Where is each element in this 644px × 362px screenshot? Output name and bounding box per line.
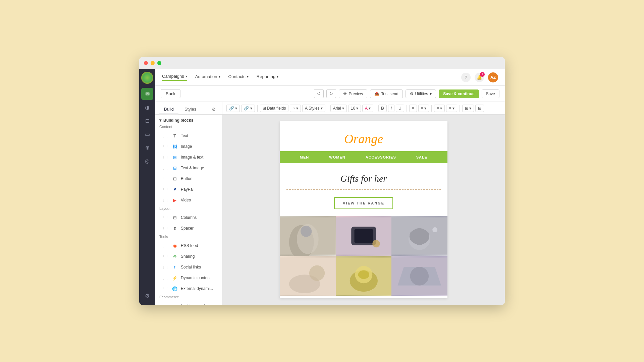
tab-build[interactable]: Build — [159, 105, 178, 114]
svg-point-7 — [372, 240, 380, 247]
block-button[interactable]: ⋮⋮ ⊡ Button — [159, 174, 218, 184]
drag-handle: ⋮⋮ — [162, 166, 169, 170]
block-social-links[interactable]: ⋮⋮ f Social links — [159, 262, 218, 272]
utilities-button[interactable]: ⚙ Utilities ▾ — [406, 89, 436, 98]
svg-point-17 — [358, 270, 369, 279]
test-send-button[interactable]: 📤 Test send — [370, 89, 402, 98]
email-template: Orange MEN WOMEN ACCESSORIES SALE Gifts … — [280, 121, 447, 298]
bold-button[interactable]: B — [378, 105, 387, 112]
italic-button[interactable]: I — [388, 105, 394, 112]
cta-button[interactable]: VIEW THE RANGE — [334, 197, 393, 209]
preview-button[interactable]: 👁 Preview — [339, 89, 368, 98]
maximize-dot[interactable] — [157, 61, 161, 65]
user-avatar[interactable]: AZ — [488, 72, 498, 82]
list-btn[interactable]: ≡ ▾ — [434, 105, 445, 112]
building-blocks-header[interactable]: ▾ Building blocks — [159, 118, 218, 123]
styles-btn[interactable]: A Styles ▾ — [302, 105, 325, 112]
save-continue-button[interactable]: Save & continue — [439, 89, 479, 98]
color-icon: A — [365, 106, 368, 111]
notifications-button[interactable]: 🔔 7 — [475, 73, 484, 82]
drag-handle: ⋮⋮ — [162, 156, 169, 159]
drag-handle: ⋮⋮ — [162, 198, 169, 202]
block-dynamic-content[interactable]: ⋮⋮ ⚡ Dynamic content — [159, 273, 218, 283]
format-hyperlink-btn[interactable]: 🔗 ▾ — [241, 105, 255, 112]
email-gallery — [280, 216, 447, 296]
gallery-image-4 — [280, 256, 336, 296]
align-left-btn[interactable]: ≡ — [409, 105, 417, 112]
sidebar-item-camera[interactable]: ⊡ — [141, 115, 153, 127]
panel-settings-icon[interactable]: ⚙ — [210, 105, 218, 114]
indent-btn[interactable]: ≡ ▾ — [446, 105, 457, 112]
save-button[interactable]: Save — [482, 89, 499, 98]
close-dot[interactable] — [144, 61, 148, 65]
sidebar-item-mail[interactable]: ✉ — [141, 88, 153, 100]
hero-divider — [286, 189, 441, 190]
gear-icon: ⚙ — [410, 92, 414, 96]
editor-toolbar: Back ↺ ↻ 👁 Preview 📤 Test send ⚙ — [155, 86, 505, 102]
nav-contacts[interactable]: Contacts ▾ — [228, 74, 249, 81]
svg-point-13 — [309, 265, 325, 281]
format-circle-btn[interactable]: ○ ▾ — [290, 105, 301, 112]
nav-links: Campaigns ▾ Automation ▾ Contacts ▾ Repo… — [162, 74, 461, 81]
campaigns-caret: ▾ — [185, 74, 187, 78]
block-last-browsed[interactable]: ⋮⋮ ⊞ Last browsed pr... — [159, 301, 218, 305]
building-blocks-section: ▾ Building blocks Content ⋮⋮ T Text ⋮⋮ 🖼 — [155, 115, 222, 305]
app-logo[interactable] — [141, 72, 153, 84]
back-button[interactable]: Back — [161, 89, 180, 98]
redo-button[interactable]: ↻ — [326, 89, 336, 98]
color-picker[interactable]: A ▾ — [362, 105, 373, 112]
paypal-icon: P — [171, 186, 178, 193]
ecommerce-label: Ecommerce — [159, 295, 218, 299]
sidebar-item-settings[interactable]: ⚙ — [141, 290, 153, 302]
sidebar: ✉ ◑ ⊡ ▭ ⊕ ◎ ⚙ — [139, 69, 155, 305]
sharing-icon: ⊕ — [171, 253, 178, 260]
font-selector[interactable]: Arial ▾ — [330, 105, 347, 112]
video-icon: ▶ — [171, 197, 178, 203]
minimize-dot[interactable] — [151, 61, 155, 65]
block-columns[interactable]: ⋮⋮ ⊞ Columns — [159, 213, 218, 223]
block-paypal[interactable]: ⋮⋮ P PayPal — [159, 184, 218, 194]
data-fields-btn[interactable]: ⊞ Data fields — [260, 105, 289, 112]
block-image[interactable]: ⋮⋮ 🖼 Image — [159, 141, 218, 152]
rss-icon: ◉ — [171, 242, 178, 249]
sidebar-item-cart[interactable]: ⊕ — [141, 141, 153, 154]
format-link-btn[interactable]: 🔗 ▾ — [226, 105, 240, 112]
layout-label: Layout — [159, 206, 218, 210]
help-button[interactable]: ? — [461, 73, 471, 82]
table-btn[interactable]: ⊟ — [475, 105, 484, 112]
size-selector[interactable]: 16 ▾ — [348, 105, 361, 112]
underline-button[interactable]: U — [396, 105, 404, 112]
nav-campaigns[interactable]: Campaigns ▾ — [162, 74, 187, 81]
divider — [257, 105, 258, 112]
format-toolbar: 🔗 ▾ 🔗 ▾ ⊞ Data fields ○ ▾ A Styles ▾ — [222, 102, 505, 115]
block-external-dynamic[interactable]: ⋮⋮ 🌐 External dynami... — [159, 284, 218, 294]
hero-title: Gifts for her — [286, 173, 441, 184]
tab-styles[interactable]: Styles — [180, 105, 201, 114]
block-video[interactable]: ⋮⋮ ▶ Video — [159, 195, 218, 205]
align-center-btn[interactable]: ≡ ▾ — [418, 105, 429, 112]
block-text[interactable]: ⋮⋮ T Text — [159, 131, 218, 141]
sidebar-item-chat[interactable]: ◎ — [141, 155, 153, 167]
drag-handle: ⋮⋮ — [162, 216, 169, 220]
drag-handle: ⋮⋮ — [162, 287, 169, 291]
block-spacer[interactable]: ⋮⋮ ⇕ Spacer — [159, 223, 218, 233]
sidebar-item-mobile[interactable]: ▭ — [141, 128, 153, 140]
drag-handle: ⋮⋮ — [162, 188, 169, 191]
drag-handle: ⋮⋮ — [162, 304, 169, 305]
block-image-text[interactable]: ⋮⋮ ⊞ Image & text — [159, 152, 218, 162]
email-logo: Orange — [280, 121, 447, 151]
svg-rect-6 — [354, 229, 373, 243]
block-rss[interactable]: ⋮⋮ ◉ RSS feed — [159, 241, 218, 251]
utilities-caret: ▾ — [430, 92, 432, 96]
block-text-image[interactable]: ⋮⋮ ⊟ Text & image — [159, 163, 218, 173]
nav-automation[interactable]: Automation ▾ — [195, 74, 220, 81]
more-btn[interactable]: ⊞ ▾ — [462, 105, 474, 112]
contacts-caret: ▾ — [247, 75, 249, 78]
gallery-image-1 — [280, 216, 336, 256]
undo-button[interactable]: ↺ — [314, 89, 324, 98]
block-sharing[interactable]: ⋮⋮ ⊕ Sharing — [159, 251, 218, 261]
editor-area: Build Styles ⚙ ▾ Building blocks Content… — [155, 102, 505, 305]
nav-reporting[interactable]: Reporting ▾ — [257, 74, 278, 81]
sidebar-item-analytics[interactable]: ◑ — [141, 101, 153, 113]
app-body: ✉ ◑ ⊡ ▭ ⊕ ◎ ⚙ Campaigns ▾ Automation ▾ — [139, 69, 505, 305]
